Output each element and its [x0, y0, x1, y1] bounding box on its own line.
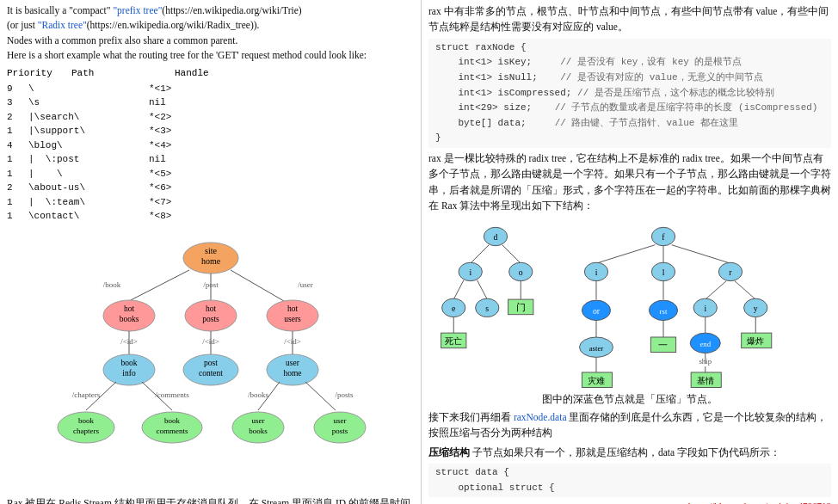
- svg-text:灾难: 灾难: [588, 375, 605, 384]
- tree-caption: 图中的深蓝色节点就是「压缩」节点。: [428, 391, 831, 407]
- svg-text:一: 一: [659, 339, 669, 349]
- svg-text:books: books: [120, 315, 139, 323]
- svg-text:end: end: [699, 339, 711, 347]
- route-table: Priority Path Handle 9\*<1> 3\snil 2|\se…: [0, 65, 421, 225]
- header-path: Path: [71, 66, 157, 81]
- table-row: 1|\support\*<3>: [7, 124, 414, 138]
- bottom-text: Rax 被用在 Redis Stream 结构里面用于存储消息队列，在 Stre…: [0, 492, 421, 505]
- table-row: 3\snil: [7, 95, 414, 110]
- svg-text:site: site: [205, 246, 217, 255]
- right-intro1: rax 中有非常多的节点，根节点、叶节点和中间节点，有些中间节点带有 value…: [428, 3, 831, 35]
- svg-line-63: [596, 244, 655, 262]
- svg-text:aster: aster: [589, 343, 604, 352]
- prefix-tree-link[interactable]: "prefix tree": [113, 5, 162, 15]
- compression-label: 压缩结构: [428, 447, 470, 458]
- top-line3: Nodes with a common prefix also share a …: [7, 35, 237, 46]
- svg-text:/books: /books: [248, 390, 269, 399]
- svg-line-73: [478, 280, 488, 298]
- svg-text:i: i: [704, 303, 706, 312]
- svg-line-58: [502, 244, 521, 262]
- svg-text:books: books: [249, 427, 268, 435]
- table-row: 9\*<1>: [7, 82, 414, 96]
- table-row: 1| \:team\*<7>: [7, 195, 414, 210]
- code-block-2: struct data { optional struct {: [428, 464, 831, 497]
- svg-line-72: [453, 280, 464, 298]
- svg-line-40: [305, 382, 336, 410]
- intro-line: Here is a short example what the routing…: [7, 50, 367, 60]
- right-panel: rax 中有非常多的节点，根节点、叶节点和中间节点，有些中间节点带有 value…: [422, 0, 838, 504]
- svg-text:book: book: [164, 416, 181, 425]
- svg-text:user: user: [252, 416, 265, 425]
- svg-text:book: book: [78, 416, 95, 425]
- svg-line-6: [129, 270, 189, 301]
- svg-text:/book: /book: [103, 280, 121, 289]
- svg-text:/chapters: /chapters: [72, 390, 101, 399]
- right-intro4: 压缩结构 子节点如果只有一个，那就是压缩结构，data 字段如下伪代码所示：: [428, 445, 831, 460]
- svg-text:基情: 基情: [697, 375, 714, 384]
- svg-text:chapters: chapters: [73, 427, 99, 435]
- svg-text:i: i: [595, 267, 598, 276]
- top-line1: It is basically a "compact" "prefix tree…: [7, 5, 302, 15]
- svg-text:死亡: 死亡: [445, 335, 462, 345]
- svg-text:user: user: [334, 416, 347, 425]
- svg-line-65: [672, 244, 730, 262]
- svg-text:门: 门: [516, 301, 526, 311]
- svg-line-8: [231, 270, 284, 301]
- svg-text:rst: rst: [660, 306, 668, 315]
- svg-text:info: info: [122, 369, 136, 378]
- svg-text:user: user: [286, 359, 300, 367]
- header-handle: Handle: [175, 66, 209, 81]
- svg-text:d: d: [494, 231, 498, 241]
- right-intro3: 接下来我们再细看 raxNode.data 里面存储的到底是什么东西，它是一个比…: [428, 409, 831, 441]
- svg-text:hot: hot: [124, 304, 135, 313]
- top-line2: (or just "Radix tree"(https://en.wikiped…: [7, 20, 259, 30]
- svg-text:posts: posts: [202, 315, 219, 323]
- left-panel: It is basically a "compact" "prefix tree…: [0, 0, 422, 504]
- right-intro2: rax 是一棵比较特殊的 radix tree，它在结构上不是标准的 radix…: [428, 151, 831, 214]
- svg-text:/user: /user: [298, 280, 313, 289]
- svg-line-99: [706, 280, 726, 298]
- table-row: 1| \*<5>: [7, 167, 414, 181]
- svg-text:e: e: [452, 303, 455, 312]
- svg-text:or: or: [593, 305, 601, 315]
- svg-text:content: content: [199, 369, 223, 378]
- table-row: 1\contact\*<8>: [7, 209, 414, 224]
- svg-text:users: users: [284, 315, 301, 323]
- left-tree-diagram: site home /book /post /user hot books ho…: [0, 225, 422, 492]
- svg-text:comments: comments: [157, 427, 188, 435]
- table-row: 2\about-us\*<6>: [7, 181, 414, 195]
- watermark: https://blog.csdn.net/weixin_4706712: [428, 499, 831, 504]
- right-tree-diagram: d f i o i l r e: [428, 218, 831, 390]
- svg-text:home: home: [201, 256, 221, 266]
- table-row: 4\blog\*<4>: [7, 138, 414, 153]
- header-priority: Priority: [7, 66, 54, 81]
- svg-text:s: s: [485, 303, 489, 312]
- svg-text:/comments: /comments: [155, 390, 189, 399]
- table-row: 2|\search\*<2>: [7, 110, 414, 125]
- svg-line-57: [471, 244, 489, 262]
- bottom-text-content: Rax 被用在 Redis Stream 结构里面用于存储消息队列，在 Stre…: [7, 498, 410, 505]
- svg-text:/posts: /posts: [335, 390, 354, 399]
- svg-text:post: post: [204, 359, 218, 367]
- svg-text:i: i: [469, 267, 471, 276]
- svg-text:l: l: [662, 267, 665, 276]
- table-row: 1| \:postnil: [7, 152, 414, 167]
- table-header: Priority Path Handle: [7, 66, 414, 81]
- svg-text:home: home: [283, 369, 301, 378]
- svg-text:o: o: [519, 267, 523, 276]
- svg-text:book: book: [121, 359, 138, 367]
- svg-text:ship: ship: [699, 357, 712, 366]
- radix-tree-link[interactable]: "Radix tree": [38, 20, 87, 30]
- svg-text:hot: hot: [206, 304, 217, 313]
- svg-line-100: [735, 280, 755, 298]
- code-block-1: struct raxNode { int<1> isKey; // 是否没有 k…: [428, 39, 831, 148]
- svg-text:爆炸: 爆炸: [747, 335, 764, 345]
- top-text: It is basically a "compact" "prefix tree…: [0, 0, 421, 65]
- svg-text:hot: hot: [287, 304, 299, 313]
- svg-text:posts: posts: [332, 427, 348, 435]
- svg-text:y: y: [754, 303, 758, 312]
